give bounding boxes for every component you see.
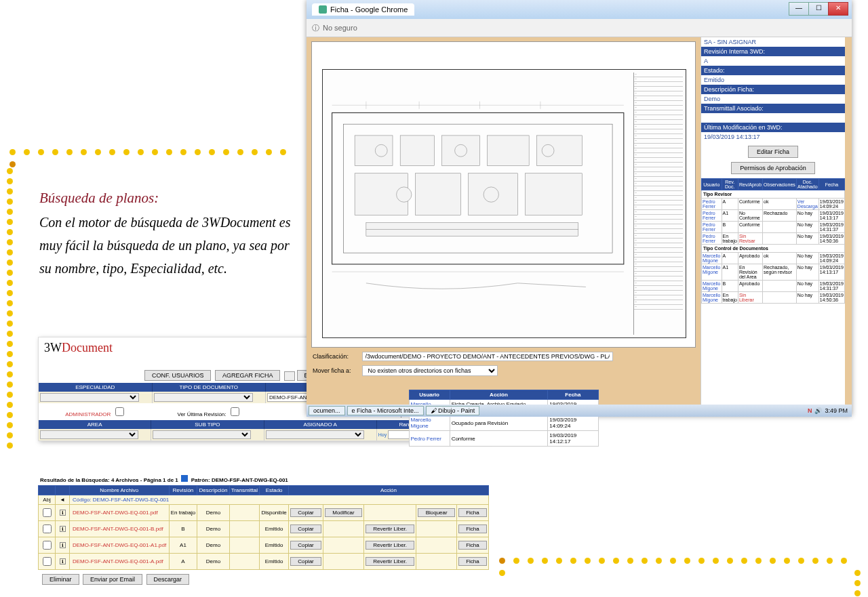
svg-point-14 [397,187,412,202]
modificar-button[interactable]: Modificar [325,508,362,517]
file-link[interactable]: DEMO-FSF-ANT-DWG-EQ-001.pdf [70,505,170,521]
hoy1-link[interactable]: Hoy [378,432,387,437]
caption-block: Búsqueda de planos: Con el motor de búsq… [39,186,297,280]
file-link[interactable]: DEMO-FSF-ANT-DWG-EQ-001-A1.pdf [70,537,170,554]
expand-icon[interactable]: ℹ [60,542,66,548]
svg-rect-8 [416,173,461,215]
results-table: Nombre Archivo Revisión Descripción Tran… [38,485,489,570]
plan-legend: ————————————————————————————————————————… [633,73,683,335]
close-button[interactable]: ✕ [828,2,848,16]
hdr-especialidad: ESPECIALIDAD [39,383,153,392]
refresh-icon[interactable] [181,475,188,482]
dots-bottom [495,554,861,579]
ver-ultima-checkbox[interactable] [231,407,239,416]
asignado-select[interactable] [266,430,364,439]
hdr-tipo: TIPO DE DOCUMENTO [153,383,267,392]
expand-icon[interactable]: ℹ [60,558,66,564]
dots-top [5,146,301,170]
subtipo-select[interactable] [153,430,251,439]
revertir-button[interactable]: Revertir Liber. [366,557,414,566]
address-bar[interactable]: ⓘNo seguro [307,19,852,37]
browser-tab[interactable]: Ficha - Google Chrome [312,3,414,16]
transa-val [701,113,845,123]
row-checkbox[interactable] [43,541,52,550]
review-table: Usuario Rev. Doc. Rev/Aprob Observacione… [701,178,845,304]
rev-user[interactable]: Pedro Ferrer [702,222,722,233]
email-button[interactable]: Enviar por Email [83,574,142,585]
svg-point-13 [542,144,554,157]
especialidad-select[interactable] [40,393,139,402]
bloquear-button[interactable]: Bloquear [418,508,455,517]
ultmod-val: 19/03/2019 14:13:17 [701,132,845,142]
rev-user[interactable]: Pedro Ferrer [702,233,722,245]
copiar-button[interactable]: Copiar [290,524,321,533]
revint-val: A [701,56,845,66]
placeholder-icon[interactable] [284,371,295,381]
abj-toggle[interactable]: Abj [43,497,51,503]
sound-icon[interactable]: 🔊 [814,407,822,414]
expand-icon[interactable]: ℹ [60,526,66,532]
rev-user[interactable]: Pedro Ferrer [702,210,722,222]
actlog-user[interactable]: Marcello Migone [409,415,450,431]
rev-user[interactable]: Pedro Ferrer [702,199,722,210]
svg-rect-3 [400,136,434,166]
area-select[interactable] [40,430,138,439]
admin-checkbox[interactable] [115,407,124,416]
revertir-button[interactable]: Revertir Liber. [366,524,414,533]
tray-icon[interactable]: N [808,407,812,414]
caption-title: Búsqueda de planos: [39,190,159,206]
ie-icon: e [352,407,355,414]
edit-ficha-button[interactable]: Editar Ficha [748,146,798,158]
floorplan-svg [328,75,631,332]
maximize-button[interactable]: ☐ [808,2,829,16]
add-ficha-button[interactable]: AGREGAR FICHA [215,370,281,381]
expand-icon[interactable]: ℹ [60,510,66,516]
file-link[interactable]: DEMO-FSF-ANT-DWG-EQ-001-A.pdf [70,554,170,570]
hdr-subtipo: SUB TIPO [151,420,264,429]
permisos-button[interactable]: Permisos de Aprobación [731,162,815,174]
rev-user[interactable]: Marcello Migone [702,253,722,264]
copiar-button[interactable]: Copiar [290,557,321,566]
revertir-button[interactable]: Revertir Liber. [366,541,414,550]
row-checkbox[interactable] [43,508,52,517]
rev-user[interactable]: Marcello Migone [702,264,722,281]
action-log-table: UsuarioAcciónFecha Marcello MigoneFicha … [409,390,599,447]
svg-point-12 [455,144,467,157]
svg-rect-5 [488,136,529,166]
ficha-button[interactable]: Ficha [458,557,487,566]
actlog-user[interactable]: Pedro Ferrer [409,431,450,447]
copiar-button[interactable]: Copiar [290,508,321,517]
svg-rect-10 [526,173,583,215]
caption-body: Con el motor de búsqueda de 3WDocument e… [39,215,291,276]
eliminar-button[interactable]: Eliminar [42,574,79,585]
taskbar: ocumen... e Ficha - Microsoft Inte... 🖌 … [307,405,852,417]
ficha-button[interactable]: Ficha [458,541,487,550]
ficha-button[interactable]: Ficha [458,508,487,517]
info-icon: ⓘ [312,23,319,33]
ficha-button[interactable]: Ficha [458,524,487,533]
results-panel: Resultado de la Búsqueda: 4 Archivos - P… [38,473,489,597]
mover-select[interactable]: No existen otros directorios con fichas [362,365,498,376]
tipo-select[interactable] [154,393,253,402]
col-estado: Estado [260,486,289,495]
task-3[interactable]: 🖌 Dibujo - Paint [426,406,480,415]
code-link[interactable]: DEMO-FSF-ANT-DWG-EQ-001 [93,497,169,503]
row-checkbox[interactable] [43,557,52,566]
rev-user[interactable]: Marcello Migone [702,281,722,292]
clasif-input[interactable] [362,352,613,361]
descargar-button[interactable]: Descargar [146,574,190,585]
copiar-button[interactable]: Copiar [290,541,321,550]
clock: 3:49 PM [825,407,848,414]
dots-left [7,164,14,564]
minimize-button[interactable]: — [789,2,809,16]
file-link[interactable]: DEMO-FSF-ANT-DWG-EQ-001-B.pdf [70,521,170,537]
col-nombre: Nombre Archivo [70,486,170,495]
task-2[interactable]: e Ficha - Microsoft Inte... [347,406,424,415]
task-1[interactable]: ocumen... [309,406,345,415]
conf-users-button[interactable]: CONF. USUARIOS [144,370,212,381]
row-checkbox[interactable] [43,524,52,533]
rev-user[interactable]: Marcello Migone [702,292,722,304]
hdr-asignado: ASIGNADO A [264,420,377,429]
col-desc: Descripción [197,486,229,495]
ultmod-hdr: Última Modificación en 3WD: [701,123,845,132]
